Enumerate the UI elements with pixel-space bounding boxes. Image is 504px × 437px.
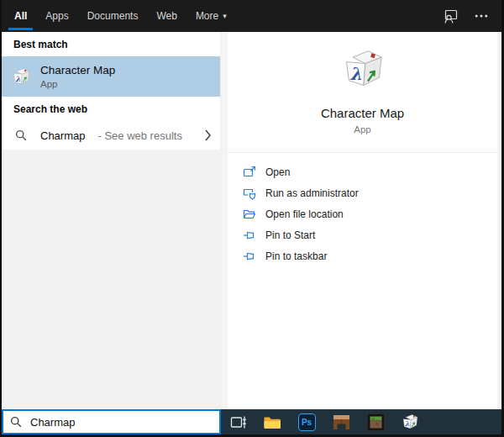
results-panel: Best match Character Map App Search the …	[2, 32, 221, 409]
web-search-result[interactable]: Charmap - See web results	[2, 123, 220, 148]
preview-subtitle: App	[354, 124, 370, 134]
action-run-as-administrator-label: Run as administrator	[265, 187, 359, 199]
action-list: Open Run as administrator	[228, 153, 497, 266]
pin-icon	[243, 250, 256, 263]
tab-web[interactable]: Web	[147, 0, 186, 32]
action-run-as-administrator[interactable]: Run as administrator	[243, 182, 497, 203]
open-icon	[243, 166, 256, 179]
best-match-section-label: Best match	[2, 32, 220, 56]
photoshop-button[interactable]: Ps	[296, 411, 318, 433]
tab-all[interactable]: All	[5, 0, 36, 32]
tab-all-label: All	[14, 10, 27, 22]
tab-apps-label: Apps	[45, 10, 68, 22]
search-icon	[15, 129, 27, 141]
character-map-icon-large	[339, 48, 386, 90]
photoshop-icon-label: Ps	[302, 418, 312, 427]
crafting-table-app-button[interactable]	[330, 411, 352, 433]
results-panel-background	[2, 150, 220, 409]
search-filter-bar: All Apps Documents Web More ▾	[2, 0, 501, 32]
search-flyout: All Apps Documents Web More ▾	[2, 0, 501, 434]
tab-more[interactable]: More ▾	[186, 0, 236, 32]
search-web-section-label: Search the web	[2, 97, 220, 121]
action-open[interactable]: Open	[243, 161, 497, 182]
more-options-button[interactable]	[470, 4, 493, 28]
minecraft-grass-block-icon	[367, 413, 385, 431]
chevron-down-icon: ▾	[223, 12, 227, 20]
action-pin-to-start[interactable]: Pin to Start	[243, 224, 497, 245]
account-frame-icon	[444, 8, 459, 24]
chevron-right-icon	[205, 129, 212, 141]
crafting-table-icon	[333, 413, 350, 431]
tab-documents-label: Documents	[87, 10, 139, 22]
file-explorer-icon	[263, 414, 281, 429]
action-pin-to-start-label: Pin to Start	[265, 229, 315, 241]
web-search-query: Charmap	[40, 129, 85, 142]
best-match-title: Character Map	[40, 64, 115, 77]
photoshop-icon: Ps	[298, 413, 316, 431]
action-open-file-location[interactable]: Open file location	[243, 203, 497, 224]
sign-in-options-button[interactable]	[439, 4, 463, 28]
web-search-suffix: - See web results	[97, 129, 181, 142]
best-match-subtitle: App	[40, 79, 115, 89]
action-pin-to-taskbar-label: Pin to taskbar	[265, 250, 327, 262]
ellipsis-icon	[475, 14, 488, 18]
taskbar-search-box[interactable]	[2, 409, 221, 434]
tab-documents[interactable]: Documents	[78, 0, 148, 32]
preview-panel: Character Map App Open	[221, 32, 501, 409]
taskbar: Ps	[221, 409, 501, 434]
search-icon	[10, 416, 22, 428]
character-map-taskbar-button[interactable]	[399, 411, 421, 433]
action-open-label: Open	[265, 166, 290, 178]
file-location-icon	[243, 208, 256, 221]
best-match-result[interactable]: Character Map App	[2, 56, 220, 97]
tab-more-label: More	[196, 10, 218, 22]
expand-web-results-button[interactable]	[205, 129, 212, 141]
character-map-icon-small	[401, 413, 419, 430]
minecraft-button[interactable]	[365, 411, 386, 433]
tab-apps[interactable]: Apps	[36, 0, 77, 32]
character-map-icon	[11, 67, 31, 86]
preview-title: Character Map	[321, 106, 404, 120]
search-input[interactable]	[30, 411, 219, 433]
preview-card: Character Map App Open	[228, 32, 497, 409]
admin-shield-icon	[243, 187, 256, 200]
pin-icon	[243, 229, 256, 242]
task-view-button[interactable]	[227, 411, 249, 433]
file-explorer-button[interactable]	[261, 411, 283, 433]
action-open-file-location-label: Open file location	[265, 208, 344, 220]
task-view-icon	[229, 413, 247, 431]
action-pin-to-taskbar[interactable]: Pin to taskbar	[243, 245, 497, 266]
tab-web-label: Web	[156, 10, 176, 22]
